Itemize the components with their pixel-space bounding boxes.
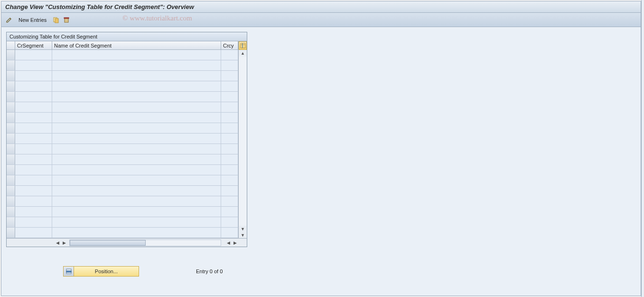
copy-icon[interactable] [52, 16, 60, 24]
cell-crsegment[interactable] [15, 60, 52, 70]
cell-name[interactable] [52, 60, 221, 70]
position-button[interactable]: Position... [63, 266, 139, 277]
cell-crcy[interactable] [221, 113, 238, 123]
cell-crsegment[interactable] [15, 228, 52, 238]
table-row [7, 175, 238, 186]
row-selector[interactable] [7, 102, 15, 112]
cell-name[interactable] [52, 228, 221, 238]
cell-name[interactable] [52, 186, 221, 196]
hscroll-thumb[interactable] [70, 240, 146, 246]
scroll-down-icon[interactable]: ▼ [239, 226, 247, 232]
cell-crsegment[interactable] [15, 165, 52, 175]
col-header-name[interactable]: Name of Credit Segment [52, 41, 221, 49]
table-main: CrSegment Name of Credit Segment Crcy [7, 41, 238, 238]
table-settings-icon[interactable] [239, 41, 247, 50]
cell-crcy[interactable] [221, 50, 238, 60]
cell-crcy[interactable] [221, 81, 238, 91]
cell-crsegment[interactable] [15, 113, 52, 123]
cell-crcy[interactable] [221, 92, 238, 102]
row-selector[interactable] [7, 134, 15, 144]
cell-crcy[interactable] [221, 186, 238, 196]
cell-name[interactable] [52, 175, 221, 185]
cell-name[interactable] [52, 134, 221, 144]
cell-name[interactable] [52, 196, 221, 206]
cell-crcy[interactable] [221, 175, 238, 185]
cell-crcy[interactable] [221, 71, 238, 81]
footer-area: Position... Entry 0 of 0 [6, 266, 636, 277]
cell-crsegment[interactable] [15, 207, 52, 217]
cell-crsegment[interactable] [15, 154, 52, 164]
cell-crsegment[interactable] [15, 81, 52, 91]
cell-crsegment[interactable] [15, 186, 52, 196]
cell-crcy[interactable] [221, 207, 238, 217]
cell-crsegment[interactable] [15, 71, 52, 81]
scroll-down2-icon[interactable]: ▼ [239, 232, 247, 238]
cell-crcy[interactable] [221, 196, 238, 206]
cell-name[interactable] [52, 165, 221, 175]
watermark: © www.tutorialkart.com [122, 14, 192, 22]
cell-crsegment[interactable] [15, 175, 52, 185]
cell-crsegment[interactable] [15, 144, 52, 154]
col-header-crsegment[interactable]: CrSegment [15, 41, 52, 49]
row-selector[interactable] [7, 207, 15, 217]
position-icon [64, 267, 74, 276]
vscroll-track[interactable] [239, 57, 247, 226]
page-title: Change View "Customizing Table for Credi… [1, 1, 641, 13]
cell-name[interactable] [52, 92, 221, 102]
col-header-select[interactable] [7, 41, 15, 49]
cell-name[interactable] [52, 113, 221, 123]
cell-crcy[interactable] [221, 228, 238, 238]
delete-icon[interactable] [63, 16, 70, 24]
cell-crsegment[interactable] [15, 196, 52, 206]
row-selector[interactable] [7, 228, 15, 238]
cell-crsegment[interactable] [15, 217, 52, 227]
row-selector[interactable] [7, 50, 15, 60]
toolbar-left: New Entries [5, 16, 70, 24]
cell-name[interactable] [52, 50, 221, 60]
hscroll-track[interactable] [69, 240, 221, 246]
cell-crcy[interactable] [221, 165, 238, 175]
row-selector[interactable] [7, 144, 15, 154]
cell-crcy[interactable] [221, 217, 238, 227]
row-selector[interactable] [7, 154, 15, 164]
scroll-right-icon[interactable]: ▶ [232, 240, 238, 246]
row-selector[interactable] [7, 175, 15, 185]
row-selector[interactable] [7, 60, 15, 70]
cell-crcy[interactable] [221, 123, 238, 133]
row-selector[interactable] [7, 186, 15, 196]
row-selector[interactable] [7, 71, 15, 81]
col-header-crcy[interactable]: Crcy [221, 41, 238, 49]
cell-crcy[interactable] [221, 134, 238, 144]
change-icon[interactable] [5, 16, 13, 24]
cell-name[interactable] [52, 154, 221, 164]
row-selector[interactable] [7, 217, 15, 227]
cell-crcy[interactable] [221, 60, 238, 70]
cell-name[interactable] [52, 144, 221, 154]
cell-crcy[interactable] [221, 154, 238, 164]
cell-name[interactable] [52, 217, 221, 227]
cell-name[interactable] [52, 102, 221, 112]
scroll-left2-icon[interactable]: ◀ [225, 240, 232, 246]
table-row [7, 123, 238, 134]
row-selector[interactable] [7, 196, 15, 206]
cell-crsegment[interactable] [15, 102, 52, 112]
new-entries-button[interactable]: New Entries [16, 16, 49, 24]
cell-crsegment[interactable] [15, 134, 52, 144]
scroll-up-icon[interactable]: ▲ [239, 50, 247, 57]
cell-crsegment[interactable] [15, 50, 52, 60]
row-selector[interactable] [7, 81, 15, 91]
cell-name[interactable] [52, 81, 221, 91]
cell-crcy[interactable] [221, 144, 238, 154]
cell-crsegment[interactable] [15, 92, 52, 102]
cell-crsegment[interactable] [15, 123, 52, 133]
scroll-right-step-icon[interactable]: ▶ [61, 240, 67, 246]
scroll-left-icon[interactable]: ◀ [54, 240, 61, 246]
cell-name[interactable] [52, 207, 221, 217]
row-selector[interactable] [7, 113, 15, 123]
row-selector[interactable] [7, 123, 15, 133]
cell-crcy[interactable] [221, 102, 238, 112]
row-selector[interactable] [7, 165, 15, 175]
cell-name[interactable] [52, 123, 221, 133]
row-selector[interactable] [7, 92, 15, 102]
cell-name[interactable] [52, 71, 221, 81]
